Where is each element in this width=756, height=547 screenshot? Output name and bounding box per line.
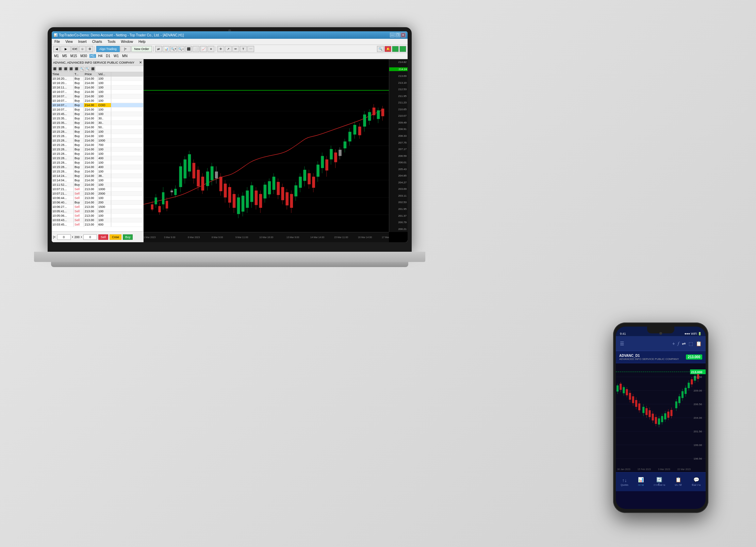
menu-window[interactable]: Window <box>119 40 134 44</box>
phone-indicator-btn[interactable]: 𝑓 <box>678 341 679 346</box>
table-row[interactable]: 10:16:20...Buy214.00100 <box>52 77 143 81</box>
toolbar-btn-chart1[interactable]: 📊 <box>163 46 169 52</box>
toolbar-btn-search[interactable]: 🔍 <box>377 46 384 52</box>
toolbar-btn-5[interactable]: ⚙ <box>86 46 93 52</box>
table-row[interactable]: 10:16:07...Buy214.00100 <box>52 94 143 99</box>
phone-layout-btn[interactable]: ⬚ <box>689 341 693 346</box>
tp-btn-2[interactable]: ⬛ <box>58 67 63 71</box>
table-row[interactable]: 10:15:28...Buy214.00100 <box>52 152 143 156</box>
tf-m30[interactable]: M30 <box>79 54 88 58</box>
table-row[interactable]: 10:15:28...Buy214.0050.. <box>52 125 143 130</box>
toolbar-btn-2[interactable]: ▶ <box>61 46 71 52</box>
table-row[interactable]: 10:14:24...Buy214.0038.. <box>52 174 143 178</box>
phone-nav-trade[interactable]: 🔄 การซื้อขาย <box>654 477 665 487</box>
toolbar-btn-line[interactable]: ↗ <box>225 46 232 52</box>
phone-nav-quotes[interactable]: ↑↓ Quotes <box>621 478 628 486</box>
toolbar-btn-chart2[interactable]: ⬜ <box>193 46 199 52</box>
tp-btn-4[interactable]: ⬛ <box>69 67 73 71</box>
table-row[interactable]: 10:16:07...Buy214.00100 <box>52 99 143 103</box>
table-row[interactable]: 10:14:04...Buy214.00100 <box>52 178 143 183</box>
tf-w1[interactable]: W1 <box>113 54 120 58</box>
tp-btn-1[interactable]: ⬛ <box>52 67 57 71</box>
toolbar-btn-green2[interactable] <box>399 46 406 52</box>
table-row[interactable]: 10:15:45...Buy214.00100 <box>52 112 143 116</box>
toolbar-btn-chart3[interactable]: 📈 <box>200 46 207 52</box>
phone-nav-messages[interactable]: 💬 ข้อความ <box>692 477 701 487</box>
toolbar-btn-pen[interactable]: ✏ <box>232 46 239 52</box>
tp-btn-6[interactable]: 🔍 <box>80 67 84 71</box>
table-row[interactable]: 10:15:35...Buy214.0030.. <box>52 121 143 125</box>
chart-area[interactable]: ⬛ ↑ <box>144 59 408 242</box>
table-row[interactable]: 10:05:06...Sell213.00100 <box>52 214 143 218</box>
phone-trade-btn[interactable]: ⇌ <box>682 341 686 346</box>
table-row[interactable]: 10:15:28...Buy214.00100 <box>52 161 143 165</box>
table-row[interactable]: 10:16:07...Buy214.00100 <box>52 90 143 94</box>
table-row[interactable]: 10:16:20...Buy214.00100 <box>52 81 143 85</box>
order-vol-input[interactable] <box>83 234 97 240</box>
tp-btn-8[interactable]: ⬛ <box>91 67 95 71</box>
toolbar-btn-alert[interactable]: 🔔 <box>384 46 391 52</box>
table-row[interactable]: 10:15:28...Buy214.001000 <box>52 138 143 143</box>
toolbar-btn-text[interactable]: T <box>240 46 247 52</box>
table-row[interactable]: 10:15:28...Buy214.00100 <box>52 134 143 138</box>
table-row[interactable]: 10:03:45...Sell213.00600 <box>52 222 143 227</box>
toolbar-btn-zoom-in[interactable]: 🔍+ <box>170 46 177 52</box>
toolbar-btn-cross[interactable]: ✛ <box>217 46 224 52</box>
table-row[interactable]: 10:15:28...Buy214.00400 <box>52 165 143 169</box>
phone-add-btn[interactable]: + <box>672 341 675 346</box>
tp-btn-5[interactable]: ⬛ <box>74 67 79 71</box>
table-row[interactable]: 10:15:28...Buy214.00100 <box>52 147 143 152</box>
tp-btn-3[interactable]: ⬛ <box>63 67 68 71</box>
toolbar-btn-arrows[interactable]: ⇌ <box>155 46 162 52</box>
table-row[interactable]: 10:16:11...Buy214.00100 <box>52 85 143 90</box>
phone-menu-btn[interactable]: ☰ <box>620 341 624 346</box>
phone-screenshot-btn[interactable]: 📋 <box>696 341 702 346</box>
menu-help[interactable]: Help <box>137 40 147 44</box>
tp-btn-7[interactable]: 🔍 <box>85 67 90 71</box>
toolbar-btn-4[interactable]: ☺ <box>79 46 86 52</box>
new-order-button[interactable]: New Order <box>131 46 152 52</box>
table-row[interactable]: 10:06:44...Sell213.00100 <box>52 196 143 200</box>
minimize-button[interactable]: — <box>390 33 395 37</box>
menu-charts[interactable]: Charts <box>91 40 103 44</box>
menu-insert[interactable]: Insert <box>77 40 88 44</box>
phone-nav-history[interactable]: 📋 ประวัติ <box>675 477 682 487</box>
table-row[interactable]: 10:15:28...Buy214.00400 <box>52 156 143 161</box>
menu-view[interactable]: View <box>64 40 74 44</box>
sell-button[interactable]: Sell <box>98 234 108 240</box>
algo-trading-button[interactable]: Algo Trading <box>96 46 120 52</box>
tf-mn[interactable]: MN <box>121 54 129 58</box>
toolbar-btn-1[interactable]: ◀ <box>53 46 60 52</box>
tf-h4[interactable]: H4 <box>97 54 104 58</box>
table-row[interactable]: 10:06:27...Sell213.001500 <box>52 205 143 209</box>
table-row[interactable]: 10:07:21...Sell213.001000 <box>52 187 143 192</box>
close-button[interactable]: ✕ <box>401 33 406 37</box>
order-price-input[interactable] <box>57 234 71 240</box>
tf-m1[interactable]: M1 <box>53 54 60 58</box>
table-row[interactable]: 10:15:35...Buy214.0030.. <box>52 116 143 121</box>
tf-m15[interactable]: M15 <box>69 54 78 58</box>
toolbar-btn-6[interactable]: |+ <box>120 46 131 52</box>
tf-h1[interactable]: H1 <box>89 54 96 58</box>
table-row[interactable]: 10:07:21...Sell213.002000 <box>52 192 143 196</box>
table-row[interactable]: 10:15:28...Buy214.00700 <box>52 143 143 147</box>
restore-button[interactable]: ❐ <box>395 33 400 37</box>
toolbar-btn-green[interactable] <box>392 46 399 52</box>
tf-d1[interactable]: D1 <box>105 54 111 58</box>
close-button[interactable]: Cose <box>110 234 121 240</box>
tf-m5[interactable]: M5 <box>61 54 68 58</box>
menu-file[interactable]: File <box>53 40 61 44</box>
toolbar-btn-3[interactable]: IDE <box>71 46 78 52</box>
table-row[interactable]: 10:16:07... Buy 214.00 COO <box>52 103 143 107</box>
table-row[interactable]: 10:11:52...Buy214.00100 <box>52 183 143 187</box>
table-row[interactable]: 10:15:28...Buy214.00100 <box>52 169 143 174</box>
toolbar-btn-shapes[interactable]: ⋯ <box>247 46 254 52</box>
menu-tools[interactable]: Tools <box>106 40 117 44</box>
toolbar-btn-chart4[interactable]: ≡ <box>208 46 214 52</box>
toolbar-btn-zoom-out[interactable]: 🔍− <box>178 46 184 52</box>
table-row[interactable]: 10:05:41...Sell213.00100 <box>52 209 143 214</box>
table-row[interactable]: 10:16:07...Buy214.00100 <box>52 107 143 112</box>
table-row[interactable]: 10:03:43...Sell213.00100 <box>52 218 143 222</box>
trade-panel-close[interactable]: ✕ <box>139 61 142 64</box>
toolbar-btn-scroll[interactable]: ⬛ <box>185 46 192 52</box>
